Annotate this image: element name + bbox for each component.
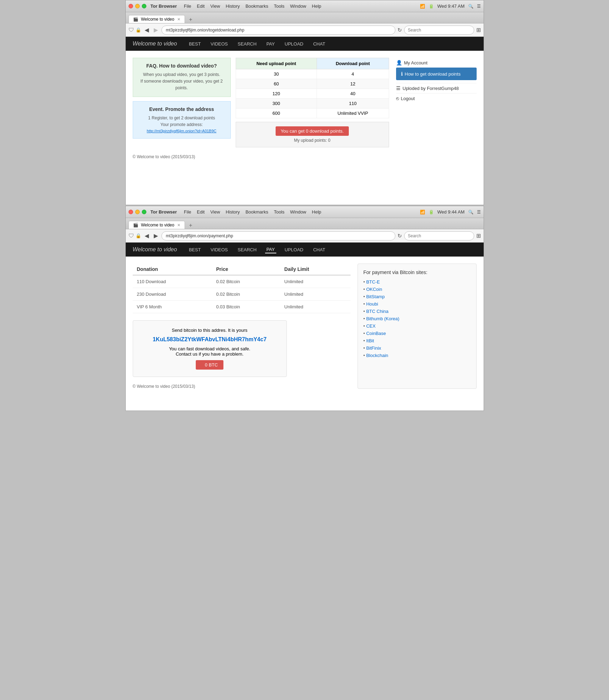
menu-view-1[interactable]: View xyxy=(210,4,220,9)
back-button-2[interactable]: ◀ xyxy=(143,232,150,240)
site-btcchina[interactable]: BTC China xyxy=(366,309,389,314)
reload-button-1[interactable]: ↻ xyxy=(397,27,402,33)
new-tab-button-2[interactable]: + xyxy=(186,222,195,229)
list-item: BitFinix xyxy=(364,345,471,351)
payment-sites-title: For payment via Bitcoin sites: xyxy=(364,270,471,275)
nav-pay-1[interactable]: PAY xyxy=(265,41,276,47)
site-blockchain[interactable]: Blockchain xyxy=(366,353,388,358)
copyright-1: © Welcome to video (2015/03/13) xyxy=(133,154,389,159)
bitcoin-address[interactable]: 1KuL583biZ2YtkWFAbvLTNi4bHR7hmY4c7 xyxy=(140,336,279,343)
menu-bar-1: File Edit View History Bookmarks Tools W… xyxy=(184,4,321,9)
nav-best-2[interactable]: BEST xyxy=(187,246,202,253)
menu-icon-1[interactable]: ☰ xyxy=(477,4,481,9)
site-brand-2[interactable]: Welcome to video xyxy=(133,246,177,253)
my-account-label: My Account xyxy=(404,60,428,65)
lock-icon: 🔒 xyxy=(136,27,141,33)
tab-welcome-video-1[interactable]: 🎬 Welcome to video ✕ xyxy=(129,15,185,23)
menu-tools-2[interactable]: Tools xyxy=(274,209,284,215)
limit-val-3: Unlimited xyxy=(280,301,351,313)
menu-icon-2[interactable]: ☰ xyxy=(477,210,481,215)
uploaded-by-link[interactable]: Uploded by ForrestGump48 xyxy=(396,83,477,93)
search-icon-1[interactable]: 🔍 xyxy=(468,4,473,9)
menu-file-2[interactable]: File xyxy=(184,209,191,215)
site-houbi[interactable]: Houbi xyxy=(366,301,378,307)
nav-upload-1[interactable]: UPLOAD xyxy=(283,41,305,47)
nav-search-1[interactable]: SEARCH xyxy=(236,41,258,47)
menu-bookmarks-1[interactable]: Bookmarks xyxy=(245,4,268,9)
nav-chat-2[interactable]: CHAT xyxy=(312,246,326,253)
site-btce[interactable]: BTC-E xyxy=(366,279,380,285)
menu-window-1[interactable]: Window xyxy=(290,4,306,9)
logout-icon xyxy=(396,96,399,101)
nav-chat-1[interactable]: CHAT xyxy=(312,41,326,47)
site-bitstamp[interactable]: BitStamp xyxy=(366,294,385,299)
minimize-button-2[interactable] xyxy=(135,210,140,214)
menu-tools-1[interactable]: Tools xyxy=(274,4,284,9)
site-brand-1[interactable]: Welcome to video xyxy=(133,41,177,47)
menu-help-2[interactable]: Help xyxy=(312,209,321,215)
bitcoin-box: Send bitcoin to this addres. It is yours… xyxy=(133,320,287,377)
btc-button[interactable]: 0 BTC xyxy=(196,360,223,370)
left-panel-1: FAQ. How to download video? When you upl… xyxy=(133,58,389,159)
tab-icon-2: 🎬 xyxy=(133,223,138,227)
search-input-2[interactable] xyxy=(404,231,474,240)
wifi-icon: 📶 xyxy=(420,4,425,9)
site-bitfinix[interactable]: BitFinix xyxy=(366,345,381,351)
search-icon-2[interactable]: 🔍 xyxy=(468,210,473,215)
maximize-button-1[interactable] xyxy=(142,4,146,8)
forward-button-2[interactable]: ▶ xyxy=(152,232,159,240)
close-button-1[interactable] xyxy=(129,4,133,8)
logout-link[interactable]: Logout xyxy=(396,93,477,103)
back-button-1[interactable]: ◀ xyxy=(143,26,150,34)
site-coinbase[interactable]: CoinBase xyxy=(366,331,386,336)
reload-button-2[interactable]: ↻ xyxy=(397,233,402,239)
sidebar-toggle-1[interactable]: ⊞ xyxy=(476,27,481,33)
upload-points-text: My upload points: 0 xyxy=(240,138,385,143)
tab-close-1[interactable]: ✕ xyxy=(177,17,180,22)
maximize-button-2[interactable] xyxy=(142,210,146,214)
menu-window-2[interactable]: Window xyxy=(290,209,306,215)
donation-val-3: VIP 6 Month xyxy=(133,301,212,313)
site-cex[interactable]: CEX xyxy=(366,323,376,329)
tabbar-1: 🎬 Welcome to video ✕ + xyxy=(126,12,484,23)
event-title: Event. Promote the address xyxy=(138,106,226,112)
close-button-2[interactable] xyxy=(129,210,133,214)
tab-close-2[interactable]: ✕ xyxy=(177,223,180,227)
menu-view-2[interactable]: View xyxy=(210,209,220,215)
download-val-3: 40 xyxy=(317,89,389,99)
tab-welcome-video-2[interactable]: 🎬 Welcome to video ✕ xyxy=(129,221,185,229)
nav-best-1[interactable]: BEST xyxy=(187,41,202,47)
upload-val-2: 60 xyxy=(236,79,317,89)
sidebar-toggle-2[interactable]: ⊞ xyxy=(476,232,481,239)
menu-bookmarks-2[interactable]: Bookmarks xyxy=(245,209,268,215)
faq-title: FAQ. How to download video? xyxy=(138,63,226,69)
list-item: ItBit xyxy=(364,338,471,343)
menu-edit-2[interactable]: Edit xyxy=(197,209,205,215)
menu-edit-1[interactable]: Edit xyxy=(197,4,205,9)
minimize-button-1[interactable] xyxy=(135,4,140,8)
address-field-1[interactable] xyxy=(161,26,395,35)
site-bithumb[interactable]: Bithumb (Korea) xyxy=(366,316,400,321)
nav-search-2[interactable]: SEARCH xyxy=(236,246,258,253)
menu-history-2[interactable]: History xyxy=(226,209,240,215)
address-field-2[interactable] xyxy=(161,231,395,240)
nav-videos-2[interactable]: VIDEOS xyxy=(209,246,229,253)
menu-file-1[interactable]: File xyxy=(184,4,191,9)
search-input-1[interactable] xyxy=(404,26,474,35)
site-okcoin[interactable]: OKCoin xyxy=(366,287,382,292)
event-link[interactable]: http://mt3pirzdiyqf6jim.onion?id=A01B9C xyxy=(147,129,216,133)
traffic-lights-1 xyxy=(129,4,146,8)
how-to-button[interactable]: How to get download points xyxy=(396,68,477,80)
nav-upload-2[interactable]: UPLOAD xyxy=(283,246,305,253)
tabbar-2: 🎬 Welcome to video ✕ + xyxy=(126,218,484,229)
my-account-link[interactable]: My Account xyxy=(396,58,477,68)
tab-label-2: Welcome to video xyxy=(141,223,174,227)
new-tab-button-1[interactable]: + xyxy=(186,16,195,23)
menu-help-1[interactable]: Help xyxy=(312,4,321,9)
menu-history-1[interactable]: History xyxy=(226,4,240,9)
site-itbit[interactable]: ItBit xyxy=(366,338,374,343)
forward-button-1[interactable]: ▶ xyxy=(152,26,159,34)
cannot-get-button[interactable]: You can get 0 download points. xyxy=(276,126,348,136)
nav-pay-2[interactable]: PAY xyxy=(265,246,276,253)
nav-videos-1[interactable]: VIDEOS xyxy=(209,41,229,47)
